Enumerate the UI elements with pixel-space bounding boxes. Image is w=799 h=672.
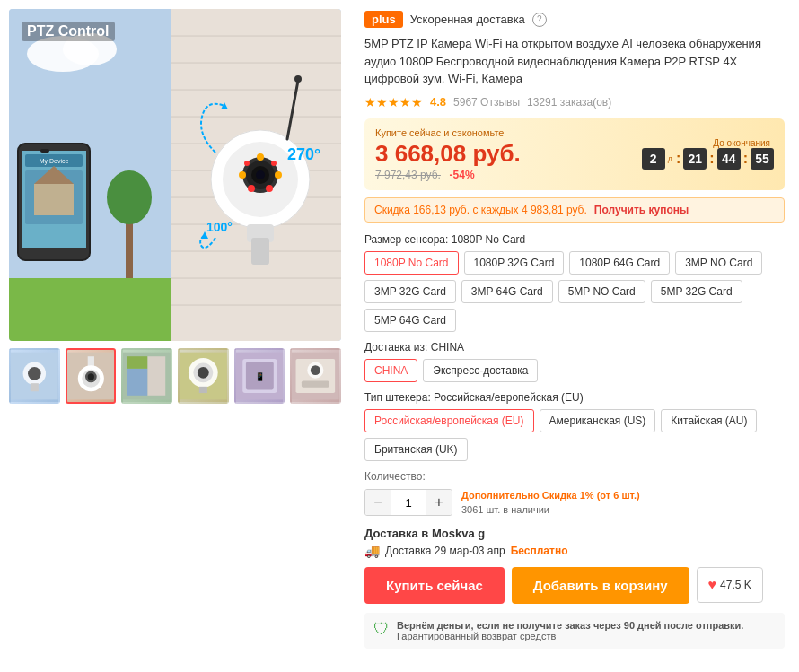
quantity-section: Количество: − + Дополнительно Скидка 1% … xyxy=(364,470,785,518)
svg-rect-27 xyxy=(40,149,49,153)
svg-point-51 xyxy=(28,367,41,380)
svg-text:📱: 📱 xyxy=(255,371,266,382)
sensor-options: 1080P No Card 1080P 32G Card 1080P 64G C… xyxy=(364,251,785,332)
sensor-option-4[interactable]: 3MP NO Card xyxy=(675,251,762,275)
shield-icon: 🛡 xyxy=(373,620,390,639)
shipping-option-express[interactable]: Экспресс-доставка xyxy=(423,359,538,382)
shipping-option-china[interactable]: CHINA xyxy=(364,359,417,382)
shipping-label: Доставка из: CHINA xyxy=(364,341,785,353)
thumbnail-6[interactable] xyxy=(290,348,341,404)
add-to-cart-button[interactable]: Добавить в корзину xyxy=(512,567,689,604)
sensor-label: Размер сенсора: 1080P No Card xyxy=(364,233,785,246)
heart-icon: ♥ xyxy=(708,577,717,593)
svg-point-66 xyxy=(198,367,209,379)
svg-point-33 xyxy=(256,170,265,179)
main-product-image: My Device xyxy=(9,9,341,341)
thumbnail-3[interactable] xyxy=(121,348,172,404)
quantity-row: − + Дополнительно Скидка 1% (от 6 шт.) 3… xyxy=(364,488,785,518)
guarantee-title: Вернём деньги, если не получите заказ че… xyxy=(397,620,743,631)
left-panel: My Device xyxy=(0,0,350,672)
svg-rect-60 xyxy=(148,356,166,396)
sensor-option-7[interactable]: 5MP NO Card xyxy=(558,280,645,303)
timer-minutes: 44 xyxy=(717,148,741,170)
timer-seconds: 55 xyxy=(751,148,774,170)
thumbnail-4[interactable] xyxy=(178,348,229,404)
sensor-option-5[interactable]: 3MP 32G Card xyxy=(364,280,456,303)
quantity-info: Дополнительно Скидка 1% (от 6 шт.) 3061 … xyxy=(461,488,640,518)
delivery-free-label: Бесплатно xyxy=(511,545,568,557)
svg-rect-13 xyxy=(9,278,171,341)
wishlist-button[interactable]: ♥ 47.5 K xyxy=(697,567,763,603)
orders-count: 13291 заказа(ов) xyxy=(527,96,611,109)
delivery-title: Доставка в Moskva g xyxy=(364,527,785,540)
svg-text:My Device: My Device xyxy=(40,158,69,165)
svg-rect-62 xyxy=(127,356,148,369)
rating-number: 4.8 xyxy=(430,95,446,109)
svg-point-36 xyxy=(248,185,255,192)
plug-option-uk[interactable]: Британская (UK) xyxy=(364,438,468,461)
timer-hours: 21 xyxy=(683,148,707,170)
countdown-timer: 2 д : 21 : 44 : 55 xyxy=(642,148,774,170)
quantity-input[interactable] xyxy=(391,490,426,515)
thumbnail-list: 📱 xyxy=(9,348,341,404)
thumbnail-2[interactable] xyxy=(66,348,117,404)
shipping-selector: Доставка из: CHINA CHINA Экспресс-достав… xyxy=(364,341,785,382)
old-price: 7 972,43 руб. xyxy=(375,169,441,181)
svg-point-37 xyxy=(266,185,273,192)
thumbnail-1[interactable] xyxy=(9,348,60,404)
quantity-discount: Дополнительно Скидка 1% (от 6 шт.) xyxy=(461,488,640,503)
svg-point-35 xyxy=(275,171,282,179)
delivery-truck-icon: 🚚 xyxy=(364,544,380,558)
svg-point-75 xyxy=(311,365,320,375)
thumbnail-5[interactable]: 📱 xyxy=(234,348,285,404)
plug-options: Российская/европейская (EU) Американская… xyxy=(364,409,785,461)
plug-option-us[interactable]: Американская (US) xyxy=(540,409,656,432)
coupon-row: Скидка 166,13 руб. с каждых 4 983,81 руб… xyxy=(364,197,785,223)
sensor-option-9[interactable]: 5MP 64G Card xyxy=(364,309,456,332)
quantity-increase[interactable]: + xyxy=(426,490,452,515)
info-icon[interactable]: ? xyxy=(532,13,547,27)
svg-point-58 xyxy=(87,373,93,380)
svg-point-39 xyxy=(244,161,250,166)
svg-point-40 xyxy=(271,161,277,166)
timer-label: До окончания xyxy=(642,138,770,148)
svg-rect-25 xyxy=(34,184,74,215)
sensor-option-2[interactable]: 1080P 32G Card xyxy=(464,251,565,275)
reviews-count[interactable]: 5967 Отзывы xyxy=(453,96,520,109)
svg-rect-67 xyxy=(199,387,207,393)
rating-row: ★★★★★ 4.8 5967 Отзывы 13291 заказа(ов) xyxy=(364,95,785,109)
quantity-stock: 3061 шт. в наличии xyxy=(461,502,640,518)
get-coupon-link[interactable]: Получить купоны xyxy=(594,204,689,216)
plug-selector: Тип штекера: Российская/европейская (EU)… xyxy=(364,391,785,461)
ptz-label: PTZ Control xyxy=(22,22,115,41)
fast-delivery-label: Ускоренная доставка xyxy=(410,13,525,26)
plus-badge: plus xyxy=(364,11,403,28)
stars: ★★★★★ xyxy=(364,95,423,109)
plug-option-eu[interactable]: Российская/европейская (EU) xyxy=(364,409,534,432)
action-buttons-row: Купить сейчас Добавить в корзину ♥ 47.5 … xyxy=(364,567,785,604)
sensor-option-8[interactable]: 5MP 32G Card xyxy=(651,280,742,303)
svg-point-38 xyxy=(257,153,264,161)
product-title: 5MP PTZ IP Камера Wi-Fi на открытом возд… xyxy=(364,35,785,88)
sensor-option-6[interactable]: 3MP 64G Card xyxy=(461,280,553,303)
sensor-selector: Размер сенсора: 1080P No Card 1080P No C… xyxy=(364,233,785,332)
svg-text:270°: 270° xyxy=(287,145,320,163)
shipping-options: CHINA Экспресс-доставка xyxy=(364,359,785,382)
plug-option-au[interactable]: Китайская (AU) xyxy=(661,409,757,432)
svg-rect-76 xyxy=(302,380,329,387)
guarantee-subtitle: Гарантированный возврат средств xyxy=(397,631,743,641)
discount-percent: -54% xyxy=(450,169,475,181)
price-block: Купите сейчас и сэкономьте 3 668,08 руб.… xyxy=(364,118,785,190)
svg-text:100°: 100° xyxy=(206,220,233,234)
plug-label: Тип штекера: Российская/европейская (EU) xyxy=(364,391,785,404)
sensor-option-1[interactable]: 1080P No Card xyxy=(364,251,459,275)
quantity-control: − + xyxy=(364,489,452,516)
quantity-decrease[interactable]: − xyxy=(365,490,391,515)
delivery-row: 🚚 Доставка 29 мар-03 апр Бесплатно xyxy=(364,544,785,558)
right-panel: plus Ускоренная доставка ? 5MP PTZ IP Ка… xyxy=(350,0,799,672)
quantity-label: Количество: xyxy=(364,470,785,483)
buy-now-button[interactable]: Купить сейчас xyxy=(364,567,505,604)
delivery-date: Доставка 29 мар-03 апр xyxy=(385,545,505,557)
coupon-text: Скидка 166,13 руб. с каждых 4 983,81 руб… xyxy=(374,204,587,216)
sensor-option-3[interactable]: 1080P 64G Card xyxy=(569,251,670,275)
